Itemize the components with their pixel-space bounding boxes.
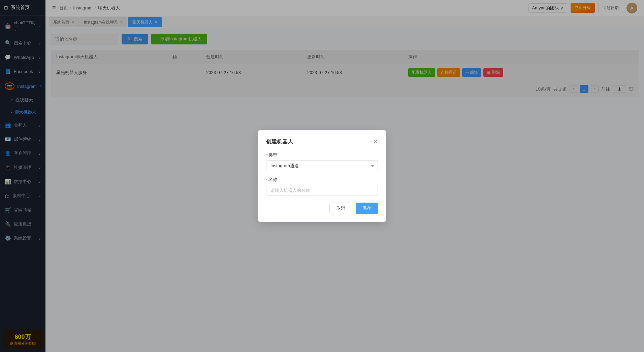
modal-footer: 取消 保存 [266,203,378,214]
type-field-group: * 类型 Instagram通道 [266,152,378,171]
type-label: * 类型 [266,152,378,158]
modal-close-button[interactable]: ✕ [373,138,378,145]
name-label-text: 名称 [268,177,277,183]
save-button[interactable]: 保存 [356,203,378,214]
modal-header: 创建机器人 ✕ [266,138,378,145]
name-label: * 名称 [266,177,378,183]
robot-name-input[interactable] [266,185,378,196]
type-required-mark: * [266,153,268,158]
modal-overlay: 创建机器人 ✕ * 类型 Instagram通道 * 名称 取消 保存 [0,0,644,352]
type-label-text: 类型 [268,152,277,158]
name-required-mark: * [266,177,268,182]
modal-title: 创建机器人 [266,138,293,145]
create-robot-modal: 创建机器人 ✕ * 类型 Instagram通道 * 名称 取消 保存 [258,130,386,222]
cancel-button[interactable]: 取消 [329,203,352,214]
type-select[interactable]: Instagram通道 [266,160,378,171]
name-field-group: * 名称 [266,177,378,196]
